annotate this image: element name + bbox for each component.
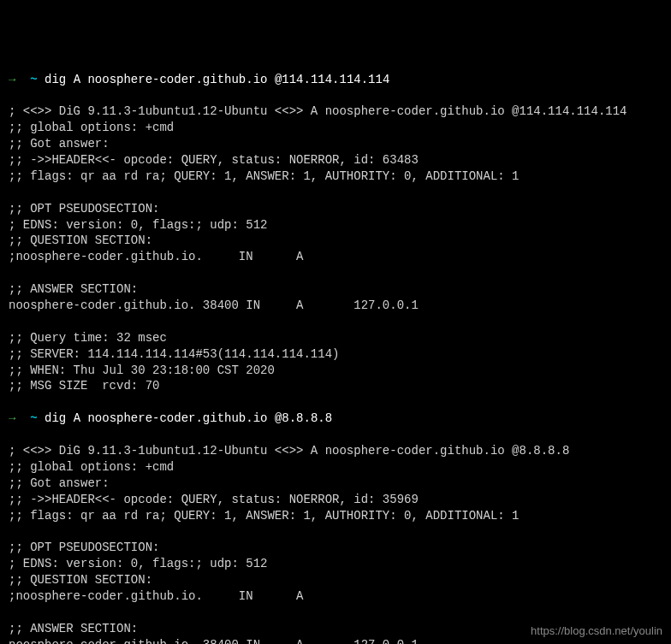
output-line: ; <<>> DiG 9.11.3-1ubuntu1.12-Ubuntu <<>…	[9, 104, 627, 118]
output-line: ;noosphere-coder.github.io. IN A	[9, 250, 303, 263]
output-line: ;; flags: qr aa rd ra; QUERY: 1, ANSWER:…	[9, 509, 520, 523]
output-line: noosphere-coder.github.io. 38400 IN A 12…	[9, 638, 419, 644]
output-line: ;; OPT PSEUDOSECTION:	[9, 202, 159, 216]
output-line: ;; ANSWER SECTION:	[9, 282, 138, 296]
output-line: noosphere-coder.github.io. 38400 IN A 12…	[9, 298, 419, 312]
output-line: ;; QUESTION SECTION:	[9, 573, 152, 587]
prompt-arrow-icon: →	[9, 73, 15, 86]
watermark-text: https://blog.csdn.net/youlin	[531, 623, 662, 639]
output-line: ;; SERVER: 114.114.114.114#53(114.114.11…	[9, 347, 339, 361]
prompt-path: ~	[30, 73, 37, 86]
terminal[interactable]: → ~ dig A noosphere-coder.github.io @114…	[9, 72, 662, 644]
output-line: ;; Query time: 32 msec	[9, 331, 167, 345]
output-line: ;; WHEN: Thu Jul 30 23:18:00 CST 2020	[9, 363, 275, 377]
command-text-1: dig A noosphere-coder.github.io @114.114…	[45, 73, 389, 86]
prompt-line-2: → ~ dig A noosphere-coder.github.io @8.8…	[9, 411, 332, 425]
output-line: ;; ->>HEADER<<- opcode: QUERY, status: N…	[9, 153, 419, 167]
output-line: ; EDNS: version: 0, flags:; udp: 512	[9, 557, 267, 570]
output-line: ;; flags: qr aa rd ra; QUERY: 1, ANSWER:…	[9, 169, 520, 183]
output-line: ;; OPT PSEUDOSECTION:	[9, 541, 159, 554]
output-line: ;; ->>HEADER<<- opcode: QUERY, status: N…	[9, 493, 419, 506]
output-line: ; EDNS: version: 0, flags:; udp: 512	[9, 218, 267, 232]
output-line: ;; MSG SIZE rcvd: 70	[9, 379, 159, 393]
output-line: ;noosphere-coder.github.io. IN A	[9, 589, 303, 603]
output-line: ;; QUESTION SECTION:	[9, 233, 152, 247]
prompt-path: ~	[30, 411, 37, 425]
output-line: ;; global options: +cmd	[9, 460, 174, 474]
output-line: ;; global options: +cmd	[9, 121, 174, 134]
output-line: ; <<>> DiG 9.11.3-1ubuntu1.12-Ubuntu <<>…	[9, 444, 569, 458]
output-line: ;; Got answer:	[9, 137, 110, 151]
command-text-2: dig A noosphere-coder.github.io @8.8.8.8	[45, 411, 332, 425]
prompt-arrow-icon: →	[9, 411, 15, 425]
output-line: ;; ANSWER SECTION:	[9, 622, 138, 635]
prompt-line-1: → ~ dig A noosphere-coder.github.io @114…	[9, 73, 389, 86]
output-line: ;; Got answer:	[9, 476, 110, 490]
